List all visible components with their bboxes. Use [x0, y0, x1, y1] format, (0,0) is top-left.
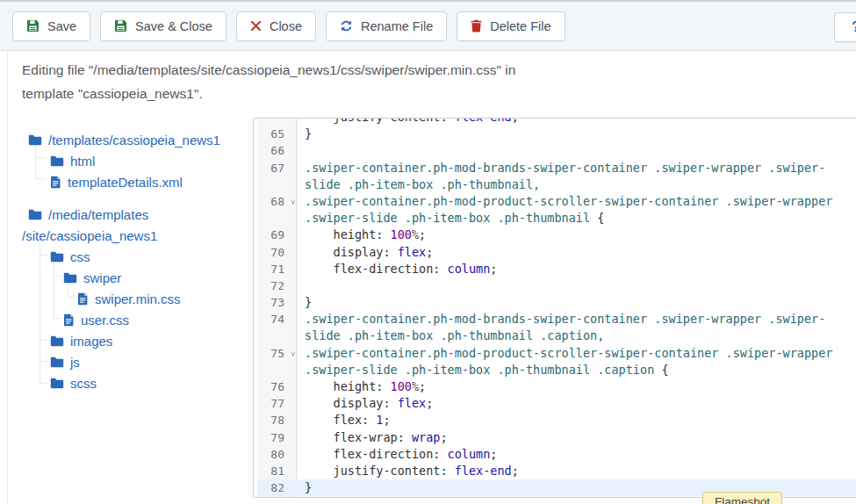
code-text: slide .ph-item-box .ph-thumbnail,	[297, 176, 856, 193]
code-line-67[interactable]: 67.swiper-container.ph-mod-brands-swiper…	[257, 160, 856, 176]
save-button[interactable]: Save	[12, 11, 90, 41]
folder-icon	[50, 356, 64, 368]
line-number: 75v	[257, 345, 297, 362]
save-and-close-button[interactable]: Save & Close	[100, 11, 227, 41]
code-line-74[interactable]: 74.swiper-container.ph-mod-brands-swiper…	[257, 311, 856, 328]
line-number: 72	[257, 277, 297, 294]
editing-file-heading-line1: Editing file "/media/templates/site/cass…	[22, 58, 515, 82]
line-number: 74	[257, 311, 297, 328]
file-icon	[77, 292, 89, 306]
line-number: 82	[257, 479, 297, 496]
code-line-70[interactable]: 70 display: flex;	[257, 244, 856, 261]
code-text: height: 100%;	[297, 227, 856, 243]
folder-icon	[28, 209, 42, 220]
code-text: .swiper-slide .ph-item-box .ph-thumbnail…	[297, 362, 856, 378]
code-text: .swiper-container.ph-mod-product-scrolle…	[297, 345, 856, 362]
tree-item-label-wrapped[interactable]: /site/cassiopeia_news1	[22, 226, 157, 245]
tree-item-swiper-min-css[interactable]: swiper.min.css	[22, 289, 181, 308]
code-text: }	[297, 126, 856, 142]
line-number: 79	[257, 429, 297, 446]
line-number: 78	[257, 412, 297, 428]
toolbar: Save Save & Close Close Rename File Dele…	[0, 2, 856, 51]
code-text: justify-content: flex-end;	[297, 118, 856, 126]
code-text: display: flex;	[297, 395, 856, 412]
folder-icon	[50, 378, 64, 389]
code-text: display: flex;	[297, 244, 856, 261]
line-number: 70	[257, 244, 297, 261]
rename-icon	[340, 19, 353, 32]
code-line-78[interactable]: 78 flex: 1;	[257, 412, 856, 428]
line-number: 76	[257, 378, 297, 395]
code-lines: justify-content: flex-end;65}6667.swiper…	[257, 119, 856, 496]
tree-item-images[interactable]: images	[22, 331, 112, 350]
folder-icon	[50, 155, 64, 167]
line-number: 65	[257, 126, 297, 142]
code-text: flex-direction: column;	[297, 446, 856, 463]
line-number	[257, 328, 297, 344]
code-line-69[interactable]: 69 height: 100%;	[257, 227, 856, 243]
code-text: slide .ph-item-box .ph-thumbnail .captio…	[297, 328, 856, 344]
tree-item-label: images	[70, 334, 112, 349]
template-file-editor-page: { "toolbar": { "buttons": [ { "label": "…	[0, 0, 856, 504]
fold-arrow-icon[interactable]: v	[291, 194, 296, 211]
code-line-wrap[interactable]: .swiper-slide .ph-item-box .ph-thumbnail…	[257, 362, 856, 378]
line-number: 67	[257, 160, 297, 176]
save-button-label: Save	[47, 19, 76, 33]
code-line-71[interactable]: 71 flex-direction: column;	[257, 261, 856, 277]
code-text: flex: 1;	[297, 412, 856, 428]
help-button[interactable]: ?	[834, 12, 856, 42]
file-icon	[50, 176, 61, 189]
code-line-81[interactable]: 81 justify-content: flex-end;	[257, 463, 856, 479]
folder-icon	[50, 335, 64, 347]
tree-item-label: js	[70, 355, 80, 370]
rename-file-button[interactable]: Rename File	[326, 11, 447, 41]
close-icon	[250, 20, 262, 32]
tree-item-media-templates[interactable]: /media/templates	[22, 205, 148, 224]
help-button-label: ?	[852, 19, 856, 35]
code-line-76[interactable]: 76 height: 100%;	[257, 378, 856, 395]
code-line-68[interactable]: 68v.swiper-container.ph-mod-product-scro…	[257, 193, 856, 210]
content-card-left-border	[7, 52, 8, 504]
tree-item-js[interactable]: js	[22, 352, 80, 371]
code-line-79[interactable]: 79 flex-wrap: wrap;	[257, 429, 856, 446]
code-line-72[interactable]: 72	[257, 277, 856, 294]
code-text: flex-wrap: wrap;	[297, 429, 856, 446]
file-tree: /templates/cassiopeia_news1htmltemplateD…	[22, 123, 248, 413]
tree-item-user-css[interactable]: user.css	[22, 310, 129, 329]
file-icon	[63, 313, 75, 327]
close-button-label: Close	[270, 19, 302, 33]
line-number	[257, 362, 297, 378]
line-number: 66	[257, 142, 297, 159]
code-line-73[interactable]: 73}	[257, 294, 856, 311]
editing-file-heading: Editing file "/media/templates/site/cass…	[22, 58, 515, 105]
code-line-80[interactable]: 80 flex-direction: column;	[257, 446, 856, 463]
tree-item-swiper[interactable]: swiper	[22, 268, 121, 287]
code-line-wrap[interactable]: .swiper-slide .ph-item-box .ph-thumbnail…	[257, 210, 856, 227]
line-number: 71	[257, 261, 297, 277]
delete-file-button[interactable]: Delete File	[457, 11, 565, 41]
tree-item-scss[interactable]: scss	[22, 373, 97, 392]
fold-arrow-icon[interactable]: v	[291, 346, 296, 363]
tree-item-html[interactable]: html	[22, 151, 95, 170]
code-text	[297, 142, 856, 159]
code-line-wrap[interactable]: slide .ph-item-box .ph-thumbnail .captio…	[257, 328, 856, 344]
code-line-77[interactable]: 77 display: flex;	[257, 395, 856, 412]
code-text	[297, 277, 856, 294]
tree-item-css[interactable]: css	[22, 247, 90, 266]
code-line-65[interactable]: 65}	[257, 126, 856, 142]
line-number: 81	[257, 463, 297, 479]
code-line-66[interactable]: 66	[257, 142, 856, 159]
code-editor[interactable]: justify-content: flex-end;65}6667.swiper…	[253, 118, 856, 498]
line-number: 77	[257, 395, 297, 412]
save-icon	[26, 19, 40, 32]
line-number: 68v	[257, 193, 297, 210]
code-line-wrap[interactable]: justify-content: flex-end;	[257, 118, 856, 126]
code-line-wrap[interactable]: slide .ph-item-box .ph-thumbnail,	[257, 176, 856, 193]
tree-item-templates-cassiopeia-news1[interactable]: /templates/cassiopeia_news1	[22, 130, 220, 149]
code-line-75[interactable]: 75v.swiper-container.ph-mod-product-scro…	[257, 345, 856, 362]
rename-file-button-label: Rename File	[361, 19, 433, 33]
tree-item-label: /templates/cassiopeia_news1	[48, 133, 220, 148]
delete-icon	[471, 19, 482, 32]
close-button[interactable]: Close	[236, 11, 316, 41]
tree-item-templatedetails-xml[interactable]: templateDetails.xml	[22, 172, 183, 191]
